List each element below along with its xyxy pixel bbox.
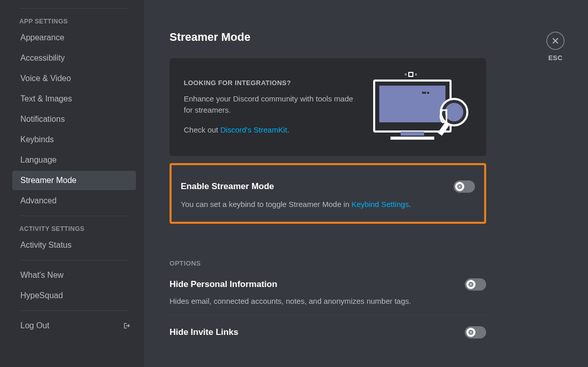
promo-text: LOOKING FOR INTEGRATIONS? Enhance your D… bbox=[184, 78, 355, 136]
keybind-settings-link[interactable]: Keybind Settings bbox=[352, 200, 409, 208]
sidebar-item-label: Log Out bbox=[20, 321, 49, 330]
streamkit-link[interactable]: Discord's StreamKit bbox=[220, 125, 287, 134]
promo-checkout-suffix: . bbox=[287, 125, 289, 134]
toggle-knob bbox=[466, 328, 475, 337]
promo-body: Enhance your Discord community with tool… bbox=[184, 93, 355, 116]
close-settings[interactable]: ESC bbox=[546, 32, 565, 62]
sidebar-item-appearance[interactable]: Appearance bbox=[12, 28, 136, 47]
option-hide-personal-info: Hide Personal Information Hides email, c… bbox=[170, 275, 486, 315]
enable-streamer-mode-toggle[interactable] bbox=[454, 180, 475, 193]
sidebar-item-advanced[interactable]: Advanced bbox=[12, 191, 136, 211]
sidebar-item-label: Activity Status bbox=[20, 241, 71, 250]
sidebar-item-label: What's New bbox=[20, 271, 64, 280]
sidebar-item-logout[interactable]: Log Out bbox=[12, 316, 136, 335]
toggle-knob bbox=[455, 182, 464, 191]
option-desc: Hides email, connected accounts, notes, … bbox=[170, 297, 486, 305]
svg-rect-4 bbox=[401, 132, 424, 136]
page-content: Streamer Mode LOOKING FOR INTEGRATIONS? … bbox=[144, 0, 588, 359]
sidebar-item-label: Text & Images bbox=[20, 94, 72, 103]
sidebar-item-accessibility[interactable]: Accessibility bbox=[12, 48, 136, 68]
svg-rect-1 bbox=[379, 86, 445, 122]
sidebar-item-label: Accessibility bbox=[20, 54, 65, 63]
enable-streamer-mode-row: Enable Streamer Mode bbox=[181, 180, 475, 193]
svg-rect-3 bbox=[427, 92, 429, 94]
logout-icon bbox=[123, 322, 131, 330]
sidebar-divider bbox=[19, 260, 129, 260]
sidebar-item-voice-video[interactable]: Voice & Video bbox=[12, 69, 136, 88]
sidebar-item-label: Advanced bbox=[20, 196, 57, 205]
app-root: APP SETTINGS Appearance Accessibility Vo… bbox=[0, 0, 588, 367]
option-title: Hide Personal Information bbox=[170, 279, 277, 290]
sidebar-item-activity-status[interactable]: Activity Status bbox=[12, 235, 136, 255]
option-hide-invite-links: Hide Invite Links bbox=[170, 323, 486, 338]
svg-rect-11 bbox=[438, 121, 450, 136]
option-title: Hide Invite Links bbox=[170, 327, 238, 337]
settings-main: ESC Streamer Mode LOOKING FOR INTEGRATIO… bbox=[144, 0, 588, 367]
svg-point-10 bbox=[445, 103, 463, 121]
desc-suffix: . bbox=[409, 200, 411, 208]
sidebar-divider bbox=[19, 310, 129, 311]
promo-checkout: Check out Discord's StreamKit. bbox=[184, 124, 355, 136]
svg-rect-7 bbox=[405, 73, 407, 75]
svg-rect-6 bbox=[409, 72, 413, 76]
sidebar-item-label: Appearance bbox=[20, 33, 64, 42]
monitor-illustration-icon bbox=[365, 71, 472, 143]
close-label: ESC bbox=[548, 54, 563, 62]
sidebar-item-streamer-mode[interactable]: Streamer Mode bbox=[12, 171, 136, 190]
sidebar-item-label: Streamer Mode bbox=[20, 176, 76, 185]
sidebar-item-label: Voice & Video bbox=[20, 74, 71, 83]
sidebar-item-label: Keybinds bbox=[20, 135, 54, 144]
sidebar-section-activity-settings: ACTIVITY SETTINGS bbox=[11, 221, 141, 234]
sidebar-item-label: Language bbox=[20, 155, 57, 165]
sidebar-item-keybinds[interactable]: Keybinds bbox=[12, 130, 136, 149]
desc-prefix: You can set a keybind to toggle Streamer… bbox=[181, 200, 352, 208]
sidebar-item-text-images[interactable]: Text & Images bbox=[12, 89, 136, 109]
sidebar-divider bbox=[19, 216, 129, 216]
enable-streamer-mode-desc: You can set a keybind to toggle Streamer… bbox=[181, 200, 475, 208]
close-icon bbox=[546, 32, 565, 50]
settings-sidebar: APP SETTINGS Appearance Accessibility Vo… bbox=[0, 0, 144, 367]
sidebar-item-hypesquad[interactable]: HypeSquad bbox=[12, 286, 136, 305]
svg-rect-5 bbox=[390, 137, 434, 140]
page-title: Streamer Mode bbox=[170, 31, 486, 44]
streamkit-promo: LOOKING FOR INTEGRATIONS? Enhance your D… bbox=[170, 58, 486, 156]
sidebar-item-whats-new[interactable]: What's New bbox=[12, 266, 136, 285]
sidebar-item-label: Notifications bbox=[20, 115, 65, 124]
enable-streamer-mode-title: Enable Streamer Mode bbox=[181, 181, 274, 192]
svg-rect-2 bbox=[422, 92, 426, 94]
sidebar-section-app-settings: APP SETTINGS bbox=[11, 14, 141, 27]
enable-streamer-mode-highlight: Enable Streamer Mode You can set a keybi… bbox=[170, 163, 486, 224]
options-header: OPTIONS bbox=[170, 259, 486, 267]
promo-heading: LOOKING FOR INTEGRATIONS? bbox=[184, 78, 355, 88]
hide-personal-info-toggle[interactable] bbox=[465, 278, 486, 291]
toggle-knob bbox=[466, 280, 475, 289]
promo-checkout-prefix: Check out bbox=[184, 125, 220, 134]
sidebar-item-language[interactable]: Language bbox=[12, 150, 136, 170]
hide-invite-links-toggle[interactable] bbox=[465, 326, 486, 338]
sidebar-item-notifications[interactable]: Notifications bbox=[12, 110, 136, 129]
sidebar-divider bbox=[19, 8, 129, 9]
sidebar-item-label: HypeSquad bbox=[20, 291, 63, 300]
svg-rect-8 bbox=[415, 73, 417, 75]
